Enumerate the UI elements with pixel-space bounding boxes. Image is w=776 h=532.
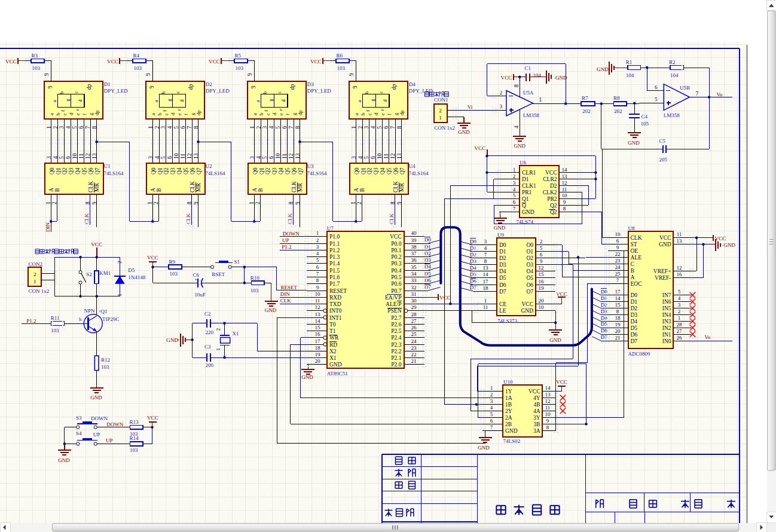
- svg-text:D7: D7: [499, 289, 506, 295]
- svg-text:TXD: TXD: [329, 301, 341, 307]
- svg-text:1A: 1A: [505, 395, 512, 401]
- svg-text:25: 25: [615, 271, 621, 277]
- svg-text:1B: 1B: [505, 402, 512, 408]
- svg-text:Q6: Q6: [393, 167, 399, 175]
- svg-text:15: 15: [315, 325, 321, 331]
- svg-text:B: B: [258, 188, 264, 192]
- svg-text:12: 12: [85, 153, 91, 159]
- svg-text:37: 37: [411, 250, 417, 256]
- svg-text:CON 1x2: CON 1x2: [29, 288, 50, 294]
- svg-text:dp: dp: [399, 111, 405, 116]
- svg-text:c: c: [265, 113, 271, 115]
- svg-text:WR: WR: [329, 335, 339, 341]
- svg-text:INT0: INT0: [329, 308, 342, 314]
- svg-text:Q5: Q5: [81, 167, 87, 175]
- svg-text:17: 17: [315, 338, 321, 344]
- svg-text:dp: dp: [195, 111, 201, 116]
- svg-text:9: 9: [47, 85, 53, 88]
- svg-text:7: 7: [490, 424, 493, 430]
- svg-text:P1.4: P1.4: [329, 261, 340, 267]
- svg-text:Q0: Q0: [354, 167, 360, 175]
- svg-text:R6: R6: [337, 53, 343, 59]
- svg-text:4B: 4B: [533, 402, 540, 408]
- svg-text:103: 103: [32, 65, 41, 71]
- svg-text:4: 4: [370, 126, 376, 129]
- svg-text:13: 13: [193, 153, 199, 159]
- svg-text:9: 9: [349, 73, 355, 76]
- svg-text:4: 4: [513, 186, 516, 192]
- svg-text:3: 3: [490, 398, 493, 404]
- svg-text:VCC: VCC: [310, 59, 322, 65]
- svg-text:2: 2: [513, 173, 516, 179]
- svg-text:R13: R13: [129, 419, 139, 425]
- svg-text:6: 6: [180, 126, 186, 129]
- svg-text:10: 10: [545, 411, 551, 417]
- svg-text:g: g: [167, 99, 172, 102]
- svg-text:Q4: Q4: [380, 167, 386, 175]
- svg-text:CLR2: CLR2: [543, 176, 557, 182]
- svg-text:C1: C1: [525, 65, 531, 71]
- svg-text:29: 29: [411, 304, 417, 310]
- svg-text:a: a: [48, 113, 54, 115]
- svg-text:f: f: [162, 110, 167, 112]
- svg-text:74LS164: 74LS164: [206, 170, 226, 176]
- svg-text:4Y: 4Y: [533, 395, 540, 401]
- svg-text:104: 104: [533, 72, 541, 78]
- svg-text:3A: 3A: [533, 428, 540, 434]
- svg-text:D0: D0: [470, 239, 476, 244]
- svg-text:Q4: Q4: [75, 167, 81, 175]
- svg-text:GND: GND: [522, 209, 534, 215]
- svg-text:1: 1: [539, 97, 542, 103]
- svg-text:2: 2: [316, 237, 319, 243]
- svg-text:1: 1: [678, 315, 681, 321]
- svg-text:24: 24: [411, 338, 417, 344]
- svg-text:Q7: Q7: [298, 167, 304, 175]
- svg-text:e: e: [380, 113, 386, 115]
- svg-text:13: 13: [396, 153, 402, 159]
- svg-text:Q6: Q6: [190, 167, 195, 175]
- svg-text:VCC: VCC: [147, 255, 158, 261]
- svg-text:P2.1: P2.1: [391, 355, 401, 361]
- svg-text:P0.6: P0.6: [391, 281, 401, 287]
- svg-text:U2: U2: [206, 163, 212, 169]
- svg-text:P2.0: P2.0: [391, 362, 401, 368]
- svg-text:D1: D1: [631, 299, 638, 305]
- svg-text:P1.6: P1.6: [329, 274, 340, 280]
- svg-text:ALE/P: ALE/P: [386, 301, 401, 307]
- svg-text:103: 103: [134, 65, 142, 71]
- svg-text:20: 20: [615, 328, 621, 334]
- svg-text:1N4148: 1N4148: [128, 274, 145, 280]
- svg-text:11: 11: [483, 304, 488, 310]
- svg-text:e: e: [75, 113, 81, 115]
- svg-text:CLK: CLK: [631, 235, 642, 241]
- svg-text:12: 12: [562, 180, 567, 186]
- svg-text:3: 3: [262, 126, 268, 129]
- svg-text:U9: U9: [497, 232, 504, 238]
- svg-text:D5: D5: [128, 267, 135, 273]
- svg-text:21: 21: [615, 335, 621, 341]
- svg-text:MR: MR: [399, 183, 405, 192]
- svg-text:4: 4: [514, 126, 520, 129]
- svg-text:D6: D6: [470, 278, 476, 284]
- svg-text:105: 105: [641, 121, 649, 127]
- svg-text:4: 4: [484, 245, 487, 251]
- svg-text:2: 2: [53, 126, 59, 129]
- svg-text:12: 12: [545, 398, 551, 404]
- svg-text:UP: UP: [93, 432, 100, 438]
- svg-text:DIN: DIN: [280, 291, 290, 297]
- svg-text:VREF-: VREF-: [655, 275, 671, 281]
- svg-text:14: 14: [483, 271, 489, 277]
- svg-text:1: 1: [490, 385, 493, 391]
- svg-text:·GND: ·GND: [722, 242, 736, 248]
- svg-text:11: 11: [545, 405, 551, 411]
- svg-text:C6: C6: [193, 272, 199, 278]
- svg-text:R3: R3: [32, 53, 38, 59]
- svg-text:9: 9: [563, 199, 566, 205]
- svg-text:104: 104: [670, 72, 679, 78]
- svg-text:3: 3: [249, 156, 255, 159]
- svg-text:IN7: IN7: [662, 292, 671, 298]
- svg-text:VCC: VCC: [556, 379, 567, 385]
- svg-text:16: 16: [677, 271, 683, 277]
- svg-text:11: 11: [78, 154, 84, 159]
- svg-text:8: 8: [616, 308, 619, 314]
